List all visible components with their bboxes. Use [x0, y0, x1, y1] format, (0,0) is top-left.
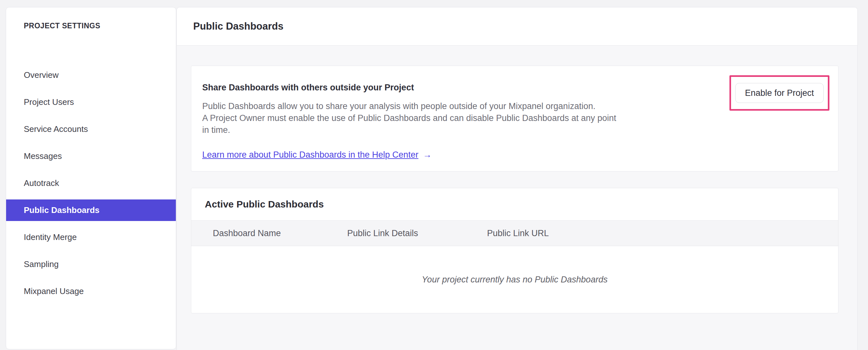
- dashboards-empty-state: Your project currently has no Public Das…: [191, 246, 838, 313]
- dashboards-table-header: Dashboard Name Public Link Details Publi…: [191, 221, 838, 246]
- sidebar-item-messages[interactable]: Messages: [6, 145, 176, 167]
- description-line: A Project Owner must enable the use of P…: [202, 112, 838, 124]
- column-header-public-link-details: Public Link Details: [347, 228, 487, 238]
- sidebar-nav: Overview Project Users Service Accounts …: [6, 64, 176, 302]
- enable-button-highlight-box: Enable for Project: [730, 75, 830, 111]
- panel-header: Public Dashboards: [177, 7, 858, 46]
- column-header-public-link-url: Public Link URL: [487, 228, 549, 238]
- sidebar-item-label: Mixpanel Usage: [24, 286, 84, 296]
- active-card-header: Active Public Dashboards: [191, 188, 838, 221]
- share-dashboards-card: Share Dashboards with others outside you…: [191, 66, 838, 172]
- empty-state-message: Your project currently has no Public Das…: [422, 275, 608, 285]
- sidebar-item-label: Project Users: [24, 97, 74, 107]
- sidebar-title: PROJECT SETTINGS: [6, 7, 176, 30]
- sidebar-item-sampling[interactable]: Sampling: [6, 254, 176, 275]
- sidebar-item-label: Service Accounts: [24, 124, 88, 134]
- page-title: Public Dashboards: [193, 21, 283, 32]
- column-header-dashboard-name: Dashboard Name: [191, 228, 347, 238]
- description-line: in time.: [202, 124, 838, 136]
- sidebar-item-identity-merge[interactable]: Identity Merge: [6, 227, 176, 248]
- sidebar-item-overview[interactable]: Overview: [6, 64, 176, 86]
- active-card-heading: Active Public Dashboards: [205, 199, 324, 210]
- sidebar-item-public-dashboards[interactable]: Public Dashboards: [6, 200, 176, 221]
- sidebar-item-mixpanel-usage[interactable]: Mixpanel Usage: [6, 281, 176, 302]
- sidebar-item-label: Sampling: [24, 259, 59, 269]
- sidebar-item-service-accounts[interactable]: Service Accounts: [6, 118, 176, 140]
- sidebar-item-label: Public Dashboards: [24, 205, 100, 215]
- main-panel: Public Dashboards Share Dashboards with …: [177, 7, 858, 350]
- sidebar-item-label: Overview: [24, 70, 59, 80]
- arrow-right-icon: →: [423, 150, 431, 160]
- help-center-link-row: Learn more about Public Dashboards in th…: [202, 150, 838, 160]
- enable-for-project-button[interactable]: Enable for Project: [735, 83, 824, 103]
- sidebar-item-label: Identity Merge: [24, 232, 77, 242]
- sidebar-item-label: Autotrack: [24, 178, 59, 188]
- project-settings-sidebar: PROJECT SETTINGS Overview Project Users …: [6, 7, 176, 349]
- active-dashboards-card: Active Public Dashboards Dashboard Name …: [191, 188, 838, 313]
- project-settings-page: PROJECT SETTINGS Overview Project Users …: [0, 0, 868, 350]
- help-center-link[interactable]: Learn more about Public Dashboards in th…: [202, 150, 418, 160]
- sidebar-item-project-users[interactable]: Project Users: [6, 91, 176, 113]
- sidebar-item-autotrack[interactable]: Autotrack: [6, 172, 176, 194]
- sidebar-item-label: Messages: [24, 151, 62, 161]
